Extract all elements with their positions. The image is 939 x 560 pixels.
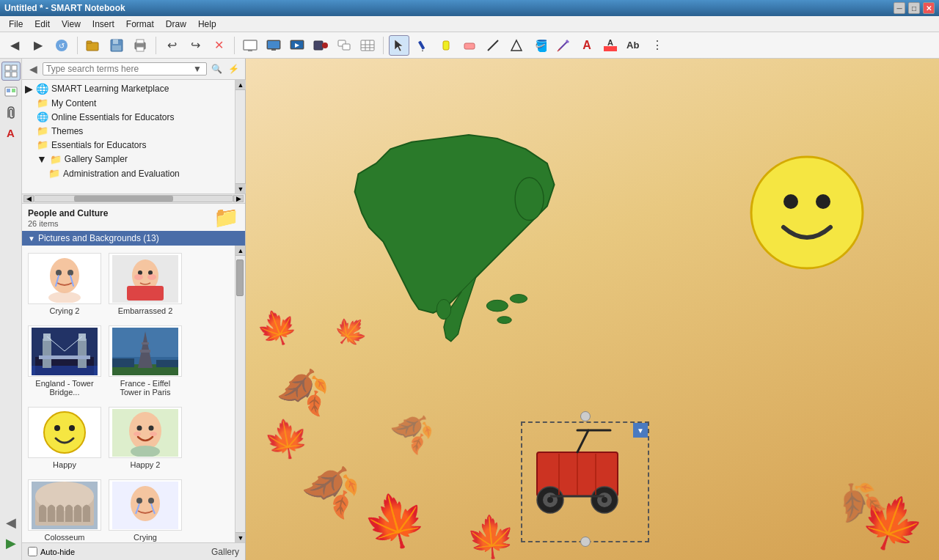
menu-draw[interactable]: Draw [160,18,192,31]
svg-point-97 [510,295,527,303]
search-input-wrapper: ▼ [43,62,207,75]
close-doc-button[interactable]: ✕ [208,35,229,56]
menu-view[interactable]: View [56,18,87,31]
maximize-button[interactable]: □ [908,2,920,14]
tree-item-my-content[interactable]: 📁 My Content [22,96,235,110]
svg-point-85 [134,432,141,436]
subcategory-toggle[interactable]: ▼ [28,235,35,243]
home-button[interactable]: ↺ [51,35,72,56]
select-tool[interactable] [389,35,409,56]
tree-item-label: SMART Learning Marketplace [51,84,169,94]
tree-item-online-essentials[interactable]: 🌐 Online Essentials for Educators [22,110,235,124]
wagon-top-handle[interactable] [580,411,591,421]
tree-item-smart-marketplace[interactable]: ▶ 🌐 SMART Learning Marketplace [22,81,235,96]
search-submit-button[interactable]: 🔍 [210,64,224,74]
gallery-scroll-thumb[interactable] [236,259,244,296]
leaf-3: 🍁 [260,414,313,464]
svg-rect-14 [271,49,276,51]
gallery-scroll-up[interactable]: ▲ [235,246,245,256]
fill-tool[interactable]: 🪣 [530,35,550,56]
magic-pen-tool[interactable] [553,35,574,56]
svg-point-83 [137,425,142,430]
wagon-dropdown-button[interactable]: ▼ [633,423,648,438]
tree-item-themes[interactable]: 📁 Themes [22,124,235,138]
undo-button[interactable]: ↩ [161,35,182,56]
minimize-button[interactable]: ─ [894,2,905,14]
svg-text:↺: ↺ [59,42,65,50]
subcategory-bar[interactable]: ▼ Pictures and Backgrounds (13) [22,231,245,246]
search-dropdown-icon[interactable]: ▼ [191,64,203,74]
page-sorter-button[interactable] [1,62,21,81]
next-page-button[interactable]: ▶ [1,534,21,553]
gallery-item-crying-small[interactable]: Crying [107,476,183,542]
forward-button[interactable]: ▶ [28,35,48,56]
back-button[interactable]: ◀ [4,35,25,56]
svg-text:Ab: Ab [626,40,639,51]
hscroll-left[interactable]: ◀ [23,195,34,202]
gallery-item-france[interactable]: France - Eiffel Tower in Paris [107,323,183,399]
gallery-scroll-down[interactable]: ▼ [235,532,245,542]
search-back-button[interactable]: ◀ [26,62,40,75]
gallery-item-happy2[interactable]: Happy 2 [107,404,183,472]
tree-item-icon: 📁 [37,125,48,136]
line-tool[interactable] [483,35,503,56]
category-count: 26 items [28,219,213,228]
print-button[interactable] [130,35,150,56]
highlighter-tool[interactable] [436,35,456,56]
gallery-item-crying2[interactable]: Crying 2 [26,250,103,318]
pen-tool[interactable] [412,35,433,56]
gallery-item-england[interactable]: England - Tower Bridge... [26,323,103,399]
table-button[interactable] [357,35,378,56]
search-advanced-button[interactable]: ⚡ [227,64,241,74]
close-button[interactable]: ✕ [923,2,935,14]
shapes-tool[interactable] [506,35,527,56]
menu-file[interactable]: File [3,18,29,31]
svg-point-98 [497,317,511,324]
more-tools-button[interactable]: ⋮ [647,35,668,56]
hscroll-right[interactable]: ▶ [233,195,244,202]
resize-button[interactable] [334,35,354,56]
tree-scroll-inner: ▶ 🌐 SMART Learning Marketplace 📁 My Cont… [22,80,235,194]
screen-button-1[interactable] [263,35,284,56]
auto-hide-checkbox[interactable] [28,547,37,556]
auto-hide-area: Auto-hide [28,547,75,556]
wagon-object[interactable]: ▼ [521,421,649,542]
canvas-area[interactable]: 🍁 🍂 🍁 🍂 🍁 🍂 🍁 🍁 🍂 🍁 [246,59,939,560]
attachments-button[interactable] [1,103,21,122]
tree-item-gallery-sampler[interactable]: ▼ 📁 Gallery Sampler [22,152,235,166]
leaf-6: 🍂 [385,402,441,458]
category-name: People and Culture [28,208,213,218]
svg-rect-18 [314,41,323,50]
tree-item-label: My Content [51,98,96,108]
save-button[interactable] [106,35,127,56]
gallery-item-colosseum[interactable]: Colosseum [26,476,103,542]
gallery-item-embarrassed2[interactable]: Embarrassed 2 [107,250,183,318]
eraser-tool[interactable] [459,35,480,56]
search-input[interactable] [46,64,191,74]
whiteboard-button[interactable] [240,35,260,56]
gallery-button[interactable] [1,82,21,101]
category-info: People and Culture 26 items [28,208,213,228]
menu-edit[interactable]: Edit [29,18,56,31]
gallery-item-happy[interactable]: Happy [26,404,103,472]
hscroll-thumb[interactable] [74,196,173,202]
svg-rect-44 [12,72,17,77]
menu-insert[interactable]: Insert [87,18,120,31]
prev-page-button[interactable]: ◀ [1,513,21,532]
gallery-thumb-crying-small [109,479,182,531]
menu-format[interactable]: Format [120,18,160,31]
record-button[interactable] [310,35,331,56]
text-tool[interactable]: A [577,35,597,56]
screen-button-2[interactable]: ▶ [287,35,307,56]
open-button[interactable] [83,35,103,56]
color-picker[interactable]: A [600,35,621,56]
tree-item-admin[interactable]: 📁 Administration and Evaluation [22,166,235,180]
tree-scroll-up[interactable]: ▲ [235,80,246,90]
tree-scroll-down[interactable]: ▼ [235,183,246,194]
redo-button[interactable]: ↪ [185,35,205,56]
tree-item-essentials[interactable]: 📁 Essentials for Educators [22,138,235,152]
text-format-button[interactable]: Ab [624,35,644,56]
wagon-resize-handle[interactable] [580,537,591,547]
text-tools-button[interactable]: A [1,123,21,142]
menu-help[interactable]: Help [192,18,222,31]
